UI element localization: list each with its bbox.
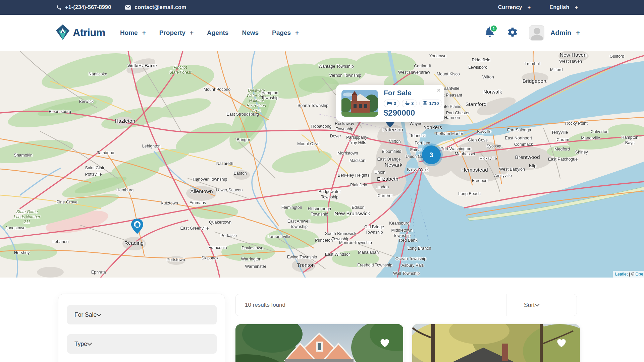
plus-icon: +	[575, 4, 578, 10]
header: Atrium Home+ Property+ Agents News Pages…	[0, 15, 644, 51]
close-icon[interactable]: ×	[437, 87, 440, 93]
plus-icon: +	[142, 29, 146, 37]
map-attribution: Leaflet | © Ope	[613, 271, 644, 278]
avatar-head	[534, 28, 540, 35]
layers-icon	[423, 101, 427, 106]
language-menu[interactable]: English +	[549, 4, 578, 10]
brand-name: Atrium	[73, 27, 105, 39]
nav-news[interactable]: News	[242, 29, 259, 37]
avatar-body	[531, 35, 543, 41]
bed-icon	[387, 101, 392, 106]
results-bar: 10 results found Sort	[235, 294, 577, 316]
brand-logo[interactable]: Atrium	[56, 24, 105, 41]
map-pin-reading[interactable]	[131, 219, 143, 234]
filter-status-value: For Sale	[74, 311, 97, 318]
map[interactable]: Wilkes-BarreNanticokePinchot State Fores…	[0, 51, 644, 278]
popup-price: $290000	[384, 108, 415, 118]
language-label: English	[549, 4, 569, 10]
property-card[interactable]	[235, 324, 403, 362]
notification-badge: 1	[490, 25, 497, 32]
bell-icon	[484, 35, 495, 40]
chevron-down-icon	[97, 312, 101, 318]
settings-button[interactable]	[507, 26, 518, 39]
notifications-button[interactable]: 1	[484, 26, 496, 39]
gear-icon	[507, 33, 518, 39]
plus-icon: +	[295, 29, 299, 37]
envelope-icon	[125, 5, 131, 10]
popup-badges: 3 3 1710	[384, 100, 442, 107]
currency-menu[interactable]: Currency +	[498, 4, 531, 10]
email-link[interactable]: contact@email.com	[125, 4, 186, 10]
atrium-gem-icon	[56, 24, 69, 41]
phone-number: +1-(234)-567-8990	[65, 4, 111, 10]
chevron-down-icon	[87, 341, 92, 347]
avatar[interactable]	[529, 25, 544, 41]
page: +1-(234)-567-8990 contact@email.com Curr…	[0, 0, 644, 362]
filter-type-dropdown[interactable]: Type	[67, 334, 217, 354]
nav-home[interactable]: Home+	[120, 29, 146, 37]
currency-label: Currency	[498, 4, 522, 10]
beds-badge: 3	[384, 100, 399, 107]
phone-icon	[56, 5, 62, 10]
filters-panel: For Sale Type	[58, 294, 225, 362]
baths-badge: 3	[402, 100, 417, 107]
chevron-down-icon	[535, 302, 540, 308]
property-photo	[235, 324, 403, 362]
plus-icon: +	[528, 4, 531, 10]
admin-label: Admin	[550, 29, 571, 37]
leaflet-link[interactable]: Leaflet	[615, 272, 628, 277]
nav-agents[interactable]: Agents	[207, 29, 228, 37]
osm-link[interactable]: Ope	[635, 272, 643, 277]
email-address: contact@email.com	[135, 4, 186, 10]
popup-title[interactable]: For Sale	[384, 89, 412, 97]
results-count: 10 results found	[245, 302, 285, 308]
phone-link[interactable]: +1-(234)-567-8990	[56, 4, 111, 10]
main-nav: Home+ Property+ Agents News Pages+	[120, 29, 299, 37]
admin-menu[interactable]: Admin +	[550, 29, 580, 37]
nav-property[interactable]: Property+	[159, 29, 194, 37]
property-photo	[412, 324, 580, 362]
map-cluster-marker[interactable]: 3	[422, 145, 441, 164]
map-popup: For Sale 3 3	[336, 85, 444, 122]
map-tiles	[0, 51, 644, 278]
plus-icon: +	[190, 29, 194, 37]
popup-property-photo[interactable]	[341, 90, 378, 117]
filter-type-value: Type	[74, 341, 87, 348]
cluster-count: 3	[429, 151, 433, 159]
favorite-heart-icon[interactable]	[380, 338, 390, 349]
favorite-heart-icon[interactable]	[556, 338, 567, 349]
filter-status-dropdown[interactable]: For Sale	[67, 305, 217, 324]
plus-icon: +	[576, 29, 580, 37]
property-card[interactable]	[412, 324, 580, 362]
bath-icon	[405, 101, 410, 106]
area-badge: 1710	[419, 100, 442, 107]
sort-dropdown[interactable]: Sort	[506, 294, 577, 316]
nav-pages[interactable]: Pages+	[272, 29, 299, 37]
sort-label: Sort	[524, 302, 535, 309]
topbar: +1-(234)-567-8990 contact@email.com Curr…	[0, 0, 644, 15]
